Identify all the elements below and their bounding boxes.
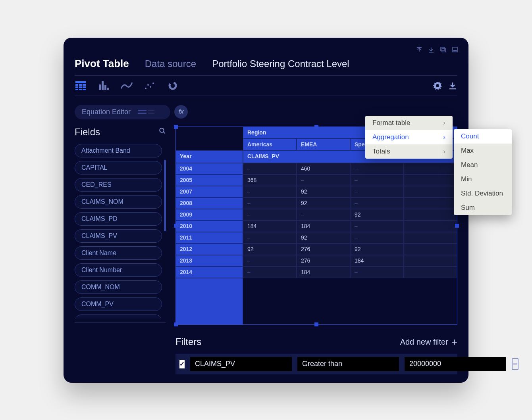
svg-point-18 xyxy=(145,88,146,89)
pivot-row: 2009––92 xyxy=(175,209,457,221)
minimize-icon[interactable] xyxy=(451,46,459,54)
submenu-item-mean[interactable]: Mean xyxy=(454,158,512,172)
menu-item-format-table[interactable]: Format table› xyxy=(365,116,453,130)
filter-value-input[interactable] xyxy=(405,357,506,371)
filter-operator-input[interactable] xyxy=(297,357,399,371)
svg-point-21 xyxy=(152,82,154,84)
year-cell: 2005 xyxy=(175,175,243,186)
value-cell-blank xyxy=(404,255,457,267)
datasource-name[interactable]: Portfolio Steering Contract Level xyxy=(212,58,349,69)
bar-chart-icon[interactable] xyxy=(98,81,110,91)
value-cell: – xyxy=(243,267,297,278)
field-chip[interactable]: CED_RES xyxy=(75,178,162,192)
value-cell: 92 xyxy=(350,209,404,221)
pivot-row: 2008–92– xyxy=(175,198,457,209)
submenu-item-sum[interactable]: Sum xyxy=(454,201,512,215)
svg-rect-5 xyxy=(75,84,78,86)
svg-rect-24 xyxy=(138,113,146,114)
download-icon[interactable] xyxy=(427,46,435,54)
value-cell: 184 xyxy=(297,267,350,278)
svg-rect-13 xyxy=(83,89,86,90)
value-cell: 92 xyxy=(297,198,350,209)
field-chip[interactable]: CLAIMS_NOM xyxy=(75,195,162,209)
submenu-item-stddev[interactable]: Std. Deviation xyxy=(454,186,512,201)
value-cell: – xyxy=(243,163,297,175)
pivot-row: 2004–460– xyxy=(175,163,457,175)
aggregation-submenu: Count Max Mean Min Std. Deviation Sum xyxy=(454,129,512,215)
scatter-chart-icon[interactable] xyxy=(144,81,156,91)
pivot-row: 2007–92– xyxy=(175,186,457,198)
remove-filter-button[interactable]: − xyxy=(512,358,519,370)
filters-heading: Filters xyxy=(175,336,201,347)
svg-rect-26 xyxy=(148,113,154,114)
value-cell-blank xyxy=(404,244,457,255)
pivot-row: 2014–184– xyxy=(175,267,457,278)
year-cell: 2010 xyxy=(175,221,243,232)
export-icon[interactable] xyxy=(448,81,457,90)
line-chart-icon[interactable] xyxy=(121,81,133,91)
upload-icon[interactable] xyxy=(415,46,423,54)
field-chip[interactable]: Client Name xyxy=(75,246,162,260)
value-cell: 184 xyxy=(243,221,297,232)
gear-icon[interactable] xyxy=(433,81,442,90)
fields-list: Attachment Band CAPITAL CED_RES CLAIMS_N… xyxy=(75,144,166,318)
field-chip[interactable]: CLAIMS_PD xyxy=(75,212,162,226)
value-cell: – xyxy=(350,186,404,198)
submenu-item-max[interactable]: Max xyxy=(454,144,512,158)
field-chip[interactable]: COMM_PV xyxy=(75,297,162,311)
submenu-item-min[interactable]: Min xyxy=(454,172,512,186)
chevron-right-icon: › xyxy=(443,133,445,141)
pivot-row: 2013–276184 xyxy=(175,255,457,267)
field-chip[interactable]: CAPITAL xyxy=(75,161,162,175)
value-cell: – xyxy=(350,163,404,175)
svg-rect-10 xyxy=(83,86,86,88)
fx-button[interactable]: fx xyxy=(174,105,188,119)
svg-rect-9 xyxy=(79,86,82,88)
value-cell: – xyxy=(350,232,404,244)
svg-rect-12 xyxy=(79,89,82,90)
svg-rect-15 xyxy=(102,81,104,90)
field-chip[interactable]: COMM_NOM xyxy=(75,280,162,294)
year-cell: 2011 xyxy=(175,232,243,244)
fields-scrollbar[interactable] xyxy=(164,144,166,318)
value-cell: 92 xyxy=(243,244,297,255)
value-cell: 276 xyxy=(297,255,350,267)
chart-type-toolbar xyxy=(75,76,457,96)
year-cell: 2007 xyxy=(175,186,243,198)
field-chip[interactable]: Attachment Band xyxy=(75,144,162,157)
value-cell-blank xyxy=(404,186,457,198)
submenu-item-count[interactable]: Count xyxy=(454,129,512,144)
col-header: EMEA xyxy=(297,138,350,150)
menu-item-totals[interactable]: Totals› xyxy=(365,144,453,159)
year-cell: 2004 xyxy=(175,163,243,175)
donut-chart-icon[interactable] xyxy=(167,81,179,91)
value-cell-blank xyxy=(404,198,457,209)
value-cell: – xyxy=(243,255,297,267)
add-filter-button[interactable]: Add new filter + xyxy=(400,336,457,348)
filter-enabled-checkbox[interactable]: ✓ xyxy=(179,360,185,368)
svg-rect-4 xyxy=(75,81,86,83)
value-cell: 368 xyxy=(243,175,297,186)
chevron-right-icon: › xyxy=(443,119,445,127)
value-cell: 92 xyxy=(297,186,350,198)
svg-rect-1 xyxy=(441,47,444,51)
equation-editor-open[interactable]: Equation Editor xyxy=(75,105,170,119)
value-cell-blank xyxy=(404,163,457,175)
col-header: Americas xyxy=(243,138,297,150)
copy-icon[interactable] xyxy=(439,46,447,54)
value-cell-blank xyxy=(404,267,457,278)
field-chip[interactable]: EM-Non xyxy=(75,315,162,318)
menu-item-aggregation[interactable]: Aggregation› xyxy=(365,130,453,144)
field-chip[interactable]: CLAIMS_PV xyxy=(75,229,162,243)
search-icon[interactable] xyxy=(159,127,166,136)
svg-rect-0 xyxy=(442,48,445,52)
value-cell: 92 xyxy=(350,244,404,255)
svg-rect-11 xyxy=(75,89,78,90)
filter-field-input[interactable] xyxy=(190,357,292,371)
value-cell: – xyxy=(243,232,297,244)
table-chart-icon[interactable] xyxy=(75,81,87,91)
datasource-label: Data source xyxy=(145,58,196,69)
pivot-table-panel: Pivot Table Data source Portfolio Steeri… xyxy=(64,38,468,383)
field-chip[interactable]: Client Number xyxy=(75,263,162,277)
equation-editor-label: Equation Editor xyxy=(82,108,131,116)
